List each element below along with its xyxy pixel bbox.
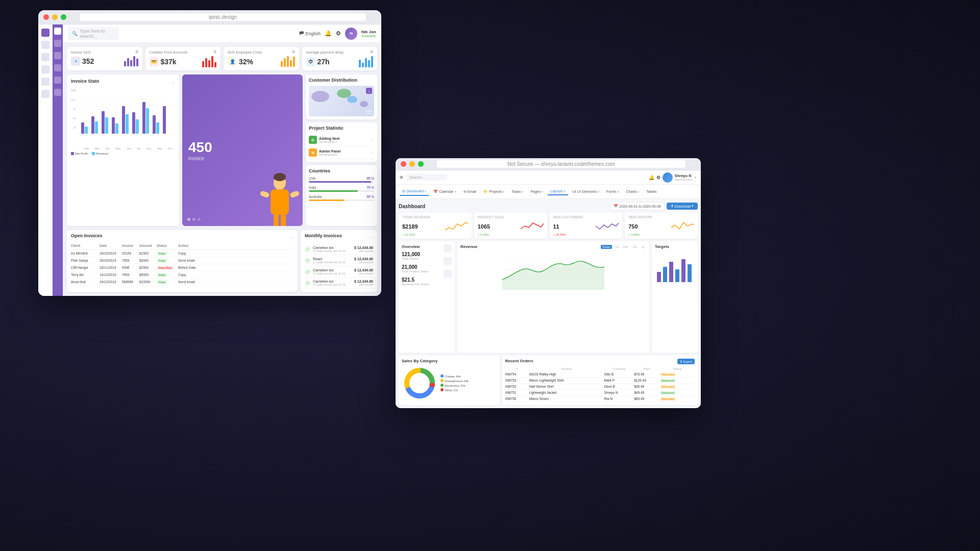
order-id-0: #98754 — [505, 371, 529, 378]
tab-charts[interactable]: Charts ▾ — [624, 188, 642, 195]
stat-options-2[interactable]: ⚙ — [292, 50, 295, 54]
svg-rect-28 — [274, 213, 279, 226]
order-product-1: Marco Lightweight Shirt — [529, 378, 604, 384]
svg-rect-17 — [126, 114, 129, 134]
tab-ui[interactable]: UI UI Elements ▾ — [570, 188, 602, 195]
sales-by-category-card: Sales By Category Clothe — [399, 356, 500, 405]
main-sidebar-2[interactable] — [54, 52, 61, 59]
tab-forms[interactable]: Forms ▾ — [604, 188, 622, 195]
svg-rect-12 — [102, 111, 105, 134]
order-price-0: $78.49 — [634, 371, 660, 378]
main-sidebar-1[interactable] — [54, 40, 61, 47]
sidebar-icon-2[interactable] — [41, 41, 50, 49]
td-client-3: Terry Aki — [71, 273, 96, 277]
sidebar-icon-6[interactable] — [41, 90, 50, 98]
right-user-arrow[interactable]: ▾ — [695, 176, 697, 180]
orders-th-price: Price — [634, 366, 660, 371]
orders-th-product: Product — [529, 366, 604, 371]
stat-chart-2 — [281, 56, 295, 67]
overview-metric-value-2: $21.5 — [402, 277, 429, 283]
tab-pages[interactable]: Pages ▾ — [528, 188, 546, 195]
tab-tasks[interactable]: Tasks ▾ — [509, 188, 526, 195]
td-amt-1: $2000 — [139, 259, 154, 262]
close-button-r[interactable] — [401, 161, 406, 167]
table-row: Anna Mull 24/12/2019 568569 $10000 Paid … — [71, 279, 293, 286]
stat-value-3: 27h — [317, 58, 330, 66]
td-action-4[interactable]: Send email — [178, 280, 293, 284]
time-tab-7d[interactable]: 7d — [614, 245, 620, 249]
main-sidebar-4[interactable] — [54, 77, 61, 84]
tab-calendar[interactable]: 📅 Calendar ▾ — [431, 188, 458, 195]
svg-rect-20 — [142, 102, 145, 134]
close-button[interactable] — [43, 14, 49, 20]
promo-figure — [259, 170, 300, 226]
maximize-button-r[interactable] — [418, 161, 424, 167]
search-bar[interactable]: 🔍 Type here to search... — [68, 27, 119, 40]
time-tab-15d[interactable]: 15d — [621, 245, 629, 249]
avatar[interactable]: N — [345, 28, 357, 40]
tab-projects[interactable]: 📁 Projects ▾ — [481, 188, 507, 195]
stat-options-0[interactable]: ⚙ — [135, 50, 138, 54]
url-bar[interactable]: ipinic.design — [80, 13, 366, 21]
minimize-button[interactable] — [52, 14, 58, 20]
main-sidebar-3[interactable] — [54, 64, 61, 71]
td-action-1[interactable]: Send email — [178, 259, 293, 262]
sidebar-icon-4[interactable] — [41, 65, 50, 73]
notification-icon[interactable]: 🔔 — [325, 30, 332, 37]
right-settings-icon[interactable]: ⚙ — [656, 175, 660, 180]
date-range[interactable]: 📅 2020-06-01 to 2020-06-08 — [610, 202, 665, 210]
check-icon-0: ✓ — [305, 246, 311, 253]
time-tab-1y[interactable]: 1y — [640, 245, 646, 249]
monthly-item-3: ✓ Camelion ios 17 paid month out of 23 $… — [305, 278, 373, 289]
time-tab-1m[interactable]: 1m — [631, 245, 638, 249]
settings-icon[interactable]: ⚙ — [336, 30, 341, 37]
td-date-0: 18/10/2019 — [100, 252, 119, 255]
monthly-item-2: ✓ Camelion ios 17 paid month out of 23 $… — [305, 266, 373, 278]
export-button[interactable]: ⬇ Export — [677, 359, 695, 364]
main-sidebar — [53, 24, 63, 296]
monthly-sub-0: 17 paid month out of 23 — [313, 249, 345, 253]
monthly-title-1: React — [313, 257, 345, 261]
tab-email[interactable]: ✉ Email — [461, 188, 479, 195]
time-tab-today[interactable]: Today — [601, 245, 612, 249]
check-icon-1: ✓ — [305, 258, 311, 264]
project-statistic-card: Project Statistic G Adding Item Developm… — [306, 122, 377, 162]
mini-stat-visitors-label: NEW VISITORS — [628, 215, 694, 219]
minimize-button-r[interactable] — [409, 161, 415, 167]
right-search[interactable]: Search... — [406, 174, 447, 181]
tab-layouts[interactable]: Layouts ▾ — [548, 188, 568, 195]
stat-label-2: AVG Employee Costs — [228, 51, 262, 54]
right-home-icon[interactable]: ⊞ — [400, 175, 403, 180]
language-selector[interactable]: 🏴 English — [299, 31, 321, 36]
time-tabs[interactable]: Today 7d 15d 1m 1y — [601, 245, 646, 249]
monthly-price-2: $ 12,434.00 — [354, 268, 373, 272]
td-action-2[interactable]: Before Date — [178, 266, 293, 269]
stat-options-1[interactable]: ⚙ — [213, 50, 216, 54]
stat-avg-costs: AVG Employee Costs ⚙ 👤 32% — [224, 47, 299, 70]
url-bar-right[interactable]: Not Secure — shreyu-laravel.coderthemes.… — [437, 160, 685, 168]
open-invoices-menu[interactable]: ··· — [289, 235, 293, 240]
invoice-stats-menu[interactable]: ··· — [171, 80, 175, 85]
tab-bar: ⊞ Dashboard ▾ 📅 Calendar ▾ ✉ Email 📁 Pro… — [396, 185, 701, 199]
monthly-invoices-menu[interactable]: ··· — [369, 235, 373, 240]
td-action-3[interactable]: Copy — [178, 273, 293, 277]
tab-tables[interactable]: Tables — [644, 188, 659, 195]
stat-options-3[interactable]: ⚙ — [370, 50, 373, 54]
td-inv-3: 7854 — [122, 273, 136, 277]
sidebar-icon-home[interactable] — [41, 29, 50, 37]
main-sidebar-5[interactable] — [54, 89, 61, 96]
dashboard-title-row: Dashboard 📅 2020-06-01 to 2020-06-08 ⬇ D… — [399, 202, 698, 210]
sidebar-icon-5[interactable] — [41, 78, 50, 86]
sidebar-icon-3[interactable] — [41, 53, 50, 61]
maximize-button[interactable] — [61, 14, 66, 20]
right-bell-icon[interactable]: 🔔 — [649, 175, 654, 180]
project-menu-1[interactable]: ··· — [371, 151, 374, 155]
download-button[interactable]: ⬇ Download ▾ — [667, 203, 698, 210]
project-menu-0[interactable]: ··· — [371, 138, 374, 142]
td-action-0[interactable]: Copy — [178, 252, 293, 255]
stat-chart-1 — [202, 56, 216, 67]
main-sidebar-home[interactable] — [54, 28, 61, 35]
td-date-2: 18/11/2019 — [100, 266, 119, 269]
tab-dashboard[interactable]: ⊞ Dashboard ▾ — [400, 188, 429, 196]
overview-metric-label-0: Total Visitors — [402, 257, 420, 260]
